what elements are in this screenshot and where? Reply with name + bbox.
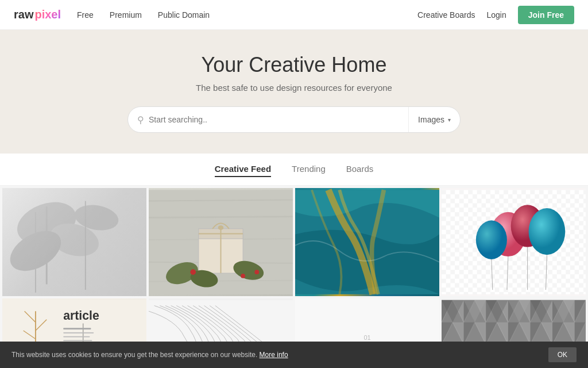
cookie-text: This website uses cookies to ensure you … — [11, 351, 548, 359]
nav-creative-boards[interactable]: Creative Boards — [417, 10, 475, 20]
grid-item-balloons[interactable] — [442, 188, 586, 296]
grid-item-gift[interactable] — [149, 188, 293, 296]
nav-free[interactable]: Free — [77, 10, 94, 20]
search-icon: ⚲ — [137, 114, 144, 125]
image-grid: article — [0, 186, 588, 368]
chevron-down-icon: ▾ — [448, 117, 451, 123]
tabs-bar: Creative Feed Trending Boards — [0, 154, 588, 186]
svg-rect-49 — [63, 332, 94, 334]
cookie-more-info-link[interactable]: More info — [260, 351, 288, 359]
logo-pixel: pixel — [34, 8, 61, 21]
grid-item-shadow-plant[interactable] — [2, 188, 146, 296]
svg-text:article: article — [63, 309, 99, 322]
tab-creative-feed[interactable]: Creative Feed — [215, 164, 271, 177]
svg-rect-50 — [63, 336, 90, 338]
grid-item-marble[interactable] — [295, 188, 439, 296]
hero-title: Your Creative Home — [11, 53, 577, 77]
svg-point-17 — [218, 225, 224, 230]
navigation: rawpixel Free Premium Public Domain Crea… — [0, 0, 588, 30]
search-bar: ⚲ Images ▾ — [127, 106, 461, 133]
logo[interactable]: rawpixel — [14, 8, 61, 21]
svg-point-33 — [529, 208, 566, 255]
svg-rect-48 — [63, 328, 91, 329]
search-type-selector[interactable]: Images ▾ — [408, 107, 460, 132]
svg-point-22 — [241, 274, 245, 278]
nav-login[interactable]: Login — [486, 10, 506, 20]
nav-premium[interactable]: Premium — [110, 10, 142, 20]
nav-public-domain[interactable]: Public Domain — [158, 10, 210, 20]
svg-point-21 — [190, 269, 196, 275]
join-free-button[interactable]: Join Free — [518, 6, 574, 24]
cookie-bar: This website uses cookies to ensure you … — [0, 342, 588, 368]
nav-right: Creative Boards Login Join Free — [417, 6, 574, 24]
cookie-message: This website uses cookies to ensure you … — [11, 351, 257, 359]
cookie-ok-button[interactable]: OK — [548, 347, 577, 362]
tab-boards[interactable]: Boards — [346, 164, 374, 177]
tab-trending[interactable]: Trending — [292, 164, 326, 177]
svg-line-9 — [149, 217, 293, 218]
search-type-label: Images — [418, 115, 444, 124]
bg-num: 01 — [363, 334, 370, 341]
svg-point-23 — [254, 270, 259, 274]
hero-section: Your Creative Home The best safe to use … — [0, 30, 588, 154]
hero-subtitle: The best safe to use design resources fo… — [11, 83, 577, 93]
search-input[interactable] — [149, 108, 408, 131]
svg-point-35 — [476, 220, 507, 259]
nav-left: rawpixel Free Premium Public Domain — [14, 8, 210, 21]
logo-raw: raw — [14, 8, 33, 21]
